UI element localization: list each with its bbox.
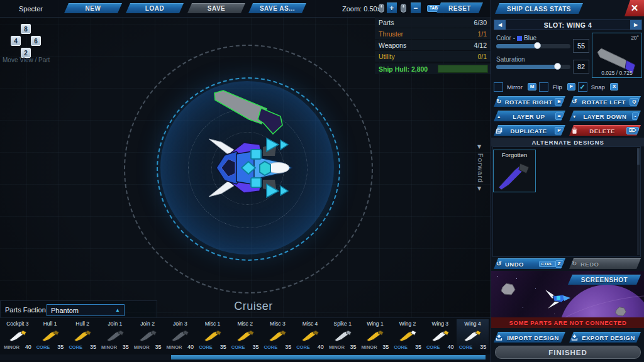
part-icon [8,329,27,341]
part-cost-value: 35 [155,344,161,350]
saturation-label: Saturation [496,56,525,63]
layer-up-button[interactable]: ▲ LAYER UP = [494,111,565,121]
faction-dropdown[interactable]: Phantom ▲ [47,304,125,316]
part-tab[interactable]: Wing 1 MINOR 35 [359,319,392,350]
toggle-label: Flip [552,84,562,90]
z-key-badge: Z [555,260,564,268]
close-icon[interactable]: ✕ [625,0,644,16]
reset-view-button[interactable]: RESET [436,3,483,13]
top-toolbar: Specter NEW LOAD SAVE SAVE AS... Zoom: 0… [0,0,491,18]
import-design-button[interactable]: IMPORT DESIGN [494,332,565,343]
toggle-checkbox[interactable] [539,82,548,92]
undo-button[interactable]: ↺ UNDO CTRL Z [494,258,565,269]
new-button[interactable]: NEW [64,3,122,13]
load-button[interactable]: LOAD [126,3,184,13]
saturation-slider-handle[interactable] [554,63,561,70]
part-icon [236,329,255,341]
design-thumbnail[interactable]: Forgotten [493,150,536,192]
part-tab[interactable]: Hull 2 CORE 35 [66,319,99,350]
save-button[interactable]: SAVE [187,3,245,13]
part-cost: MINOR 35 [326,344,359,350]
stat-label: Weapons [379,41,406,49]
rotate-left-button[interactable]: ↺ ROTATE LEFT Q [569,96,641,107]
part-tab[interactable]: Join 2 MINOR 35 [131,319,164,350]
part-tab[interactable]: Join 3 MINOR 40 [164,319,196,350]
duplicate-button[interactable]: DUPLICATE P [494,125,565,136]
toggle-label: Mirror [507,84,523,90]
part-tab[interactable]: Wing 2 CORE 35 [391,319,424,350]
next-slot-button[interactable]: ▶ [630,20,641,30]
color-label: Color -Blue [496,35,536,41]
part-cost-value: 35 [57,344,64,350]
save-as-button[interactable]: SAVE AS... [248,3,306,13]
ship-body[interactable] [209,138,292,197]
redo-icon: ↻ [571,261,578,267]
move-keys-caption: Move View / Part [3,57,50,63]
toggle-checkbox[interactable] [494,82,503,92]
prev-slot-button[interactable]: ◀ [494,20,506,30]
designs-scrollbar[interactable] [637,148,640,255]
part-name: Hull 2 [75,321,89,327]
part-icon [268,329,287,341]
stat-value: 4/12 [474,41,487,49]
part-tier: CORE [264,344,278,350]
part-cost: CORE 35 [229,344,262,350]
saturation-value-field[interactable]: 82 [573,60,589,74]
zoom-out-button[interactable]: − [411,3,421,13]
part-tab[interactable]: Misc 2 CORE 35 [229,319,262,350]
redo-button[interactable]: ↻ REDO [569,258,641,269]
color-slider-handle[interactable] [534,42,541,49]
part-name: Join 2 [140,321,155,327]
part-tab[interactable]: Misc 3 CORE 35 [262,319,294,350]
part-cost: CORE 35 [457,344,489,350]
part-tab[interactable]: Wing 4 CORE 35 [457,319,489,350]
part-cost-value: 40 [187,344,194,350]
part-cost: MINOR 35 [99,344,131,350]
color-value-field[interactable]: 55 [573,39,589,53]
part-tab[interactable]: Join 1 MINOR 35 [99,319,131,350]
part-tier: MINOR [166,344,182,350]
part-cost-value: 35 [123,344,129,350]
part-icon [431,329,450,341]
color-slider[interactable] [496,44,570,48]
part-tab[interactable]: Misc 1 CORE 35 [196,319,229,350]
zoom-in-button[interactable]: + [387,3,397,13]
parts-scrollbar-thumb[interactable] [171,355,486,359]
part-name: Hull 1 [43,321,57,327]
zoom-level-label: Zoom: 0.50x [342,5,380,13]
slot-selector: ◀ SLOT: WING 4 ▶ [494,19,642,30]
saturation-slider[interactable] [496,65,570,69]
undo-icon: ↺ [496,261,502,267]
part-name: Misc 4 [303,321,318,327]
selected-wing-part[interactable] [214,90,282,134]
part-cost-value: 35 [252,344,258,350]
stat-label: Parts [379,19,394,26]
part-tab[interactable]: Cockpit 3 MINOR 40 [1,319,34,350]
part-name: Join 1 [108,321,123,327]
parts-scrollbar[interactable] [0,354,491,360]
part-name: Wing 4 [464,321,480,327]
part-tab[interactable]: Misc 4 CORE 40 [294,319,326,350]
part-tier: MINOR [4,344,19,350]
delete-button[interactable]: DELETE ⌦ [569,125,641,136]
part-cost-value: 35 [415,344,421,350]
toggle-key-badge: F [567,83,575,90]
layer-up-key-badge: = [555,112,564,120]
rotate-right-button[interactable]: ↻ ROTATE RIGHT E [494,96,565,107]
finished-button[interactable]: FINISHED [495,346,641,359]
stat-row: Weapons 4/12 [375,40,491,50]
layer-down-button[interactable]: ▼ LAYER DOWN - [569,111,641,121]
part-name: Misc 1 [205,321,221,327]
alternate-designs-area: Default Forgotten [492,146,641,257]
part-tab[interactable]: Hull 1 CORE 35 [34,319,67,350]
toggle-checkbox[interactable]: ✓ [578,82,587,92]
part-cost: MINOR 35 [359,344,392,350]
part-tab[interactable]: Wing 3 CORE 40 [424,319,457,350]
part-tabs: Cockpit 3 MINOR 40 Hull 1 [1,319,489,350]
screenshot-button[interactable]: SCREENSHOT [568,275,641,285]
ship-class-stats-button[interactable]: SHIP CLASS STATS [495,3,583,14]
export-design-button[interactable]: EXPORT DESIGN [569,332,641,343]
part-cost: CORE 40 [424,344,457,350]
part-tab[interactable]: Spike 1 MINOR 35 [326,319,359,350]
part-cost-value: 35 [285,344,291,350]
